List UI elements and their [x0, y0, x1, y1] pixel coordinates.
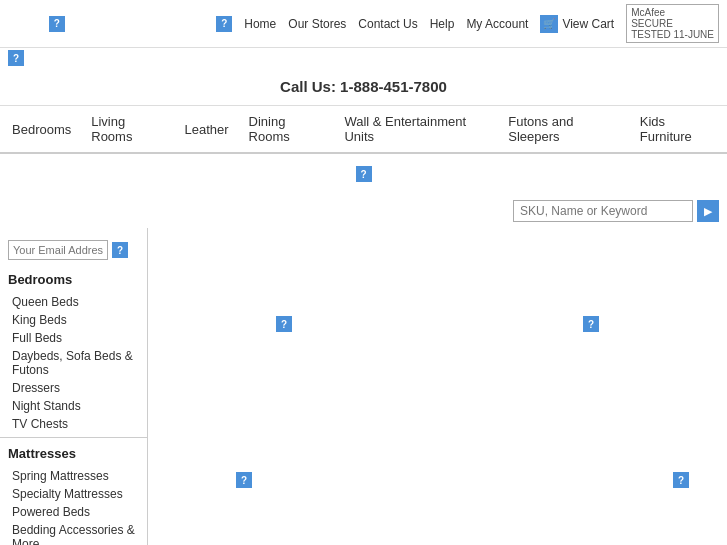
nav-home[interactable]: Home [244, 17, 276, 31]
nav-wall-entertainment[interactable]: Wall & Entertainment Units [344, 114, 488, 144]
sidebar-section-bedrooms: Bedrooms Queen Beds King Beds Full Beds … [0, 264, 147, 438]
content-icon-1[interactable]: ? [276, 316, 292, 332]
main-layout: ? Bedrooms Queen Beds King Beds Full Bed… [0, 228, 727, 545]
nav-bedrooms[interactable]: Bedrooms [12, 122, 71, 137]
content-icon-2[interactable]: ? [583, 316, 599, 332]
sidebar-section-mattresses: Mattresses Spring Mattresses Specialty M… [0, 438, 147, 545]
content-row-1: ? ? [156, 236, 719, 332]
nav-futons-sleepers[interactable]: Futons and Sleepers [508, 114, 619, 144]
view-cart-button[interactable]: 🛒 View Cart [540, 15, 614, 33]
sidebar-title-bedrooms: Bedrooms [8, 272, 139, 287]
email-question-icon[interactable]: ? [112, 242, 128, 258]
nav-kids-furniture[interactable]: Kids Furniture [640, 114, 715, 144]
main-nav: Bedrooms Living Rooms Leather Dining Roo… [0, 106, 727, 154]
banner-area: ? [0, 154, 727, 194]
search-bar: ▶ [0, 194, 727, 228]
top-bar: ? ? Home Our Stores Contact Us Help My A… [0, 0, 727, 48]
sidebar-link-king-beds[interactable]: King Beds [8, 311, 139, 329]
phone-number: Call Us: 1-888-451-7800 [280, 78, 447, 95]
content-row-2: ? ? [156, 332, 719, 488]
email-input-row: ? [0, 236, 147, 264]
mcafee-badge: McAfeeSECURETESTED 11-JUNE [626, 4, 719, 43]
nav-dining-rooms[interactable]: Dining Rooms [249, 114, 325, 144]
top-bar-left-icons: ? ? [49, 16, 232, 32]
sidebar-link-full-beds[interactable]: Full Beds [8, 329, 139, 347]
content-icon-3[interactable]: ? [236, 472, 252, 488]
sidebar-link-daybeds[interactable]: Daybeds, Sofa Beds & Futons [8, 347, 139, 379]
cart-icon: 🛒 [540, 15, 558, 33]
question-icon-banner[interactable]: ? [356, 166, 372, 182]
sidebar-link-spring-mattresses[interactable]: Spring Mattresses [8, 467, 139, 485]
search-input[interactable] [513, 200, 693, 222]
nav-help[interactable]: Help [430, 17, 455, 31]
content-area: ? ? ? ? [148, 228, 727, 545]
search-button[interactable]: ▶ [697, 200, 719, 222]
nav-our-stores[interactable]: Our Stores [288, 17, 346, 31]
sidebar-link-queen-beds[interactable]: Queen Beds [8, 293, 139, 311]
content-icon-4[interactable]: ? [673, 472, 689, 488]
question-icon-1[interactable]: ? [49, 16, 65, 32]
nav-contact-us[interactable]: Contact Us [358, 17, 417, 31]
cart-label: View Cart [562, 17, 614, 31]
nav-living-rooms[interactable]: Living Rooms [91, 114, 164, 144]
sidebar-title-mattresses: Mattresses [8, 446, 139, 461]
nav-my-account[interactable]: My Account [466, 17, 528, 31]
sidebar-link-specialty-mattresses[interactable]: Specialty Mattresses [8, 485, 139, 503]
sidebar-link-tv-chests[interactable]: TV Chests [8, 415, 139, 433]
question-icon-2[interactable]: ? [216, 16, 232, 32]
sidebar-link-night-stands[interactable]: Night Stands [8, 397, 139, 415]
email-input[interactable] [8, 240, 108, 260]
sidebar-link-dressers[interactable]: Dressers [8, 379, 139, 397]
secondary-icon-row: ? [0, 48, 727, 68]
sidebar-link-powered-beds[interactable]: Powered Beds [8, 503, 139, 521]
phone-bar: Call Us: 1-888-451-7800 [0, 68, 727, 106]
sidebar-link-bedding-accessories[interactable]: Bedding Accessories & More [8, 521, 139, 545]
nav-leather[interactable]: Leather [184, 122, 228, 137]
question-icon-3[interactable]: ? [8, 50, 24, 66]
sidebar: ? Bedrooms Queen Beds King Beds Full Bed… [0, 228, 148, 545]
